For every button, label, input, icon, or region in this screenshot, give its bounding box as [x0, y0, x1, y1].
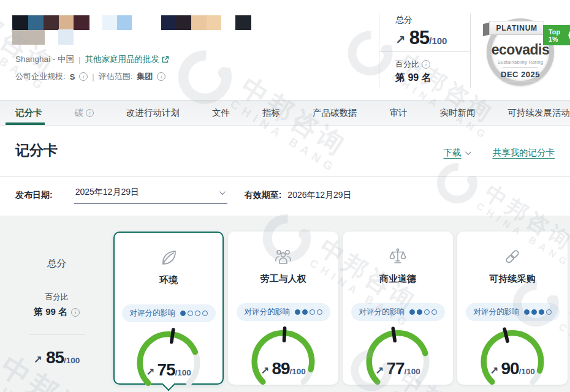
tab-6[interactable]: 产品碳数据 [313, 100, 357, 125]
score-gauge: ↗ 77 /100 [343, 323, 453, 387]
category-card-3[interactable]: 商业道德 对评分的影响 ↗ 77 /100 [343, 232, 453, 385]
summary-rank: 第 99 名 i [0, 306, 113, 318]
impact-label: 对评分的影响 [245, 307, 291, 317]
share-scorecard-link[interactable]: 共享我的记分卡 [493, 147, 555, 159]
logo-color-block [28, 15, 44, 30]
valid-until-value: 2026年12月29日 [287, 190, 351, 201]
logo-color-block [191, 15, 207, 30]
industry-link[interactable]: 其他家庭用品的批发 [85, 54, 170, 65]
trend-up-icon: ↗ [395, 32, 406, 47]
logo-color-block [161, 15, 176, 30]
page-title: 记分卡 [15, 141, 58, 160]
overall-score-label: 总分 [395, 15, 470, 26]
logo-color-block [102, 15, 117, 30]
trend-up-icon: ↗ [375, 364, 384, 377]
impact-label: 对评分的影响 [474, 307, 520, 317]
download-button[interactable]: 下载 [444, 147, 469, 159]
impact-pill: 对评分的影响 [122, 304, 216, 322]
impact-pill: 对评分的影响 [237, 303, 330, 321]
ecovadis-medal-badge: PLATINUM Top 1% ecovadis Sustainability … [482, 7, 560, 93]
impact-pill: 对评分的影响 [466, 303, 560, 321]
category-card-2[interactable]: 劳工与人权 对评分的影响 ↗ 89 /100 [228, 232, 338, 385]
score-gauge: ↗ 75 /100 [115, 325, 222, 388]
trend-up-icon: ↗ [146, 366, 154, 379]
company-location: Shanghai - 中国 [15, 54, 74, 65]
impact-pill: 对评分的影响 [351, 303, 445, 321]
category-title: 商业道德 [343, 273, 453, 285]
chevron-down-icon [465, 149, 471, 155]
percentile-info-icon[interactable]: i [422, 60, 430, 69]
trend-up-icon: ↗ [260, 364, 269, 377]
logo-color-block [58, 29, 74, 45]
logo-color-block [12, 30, 45, 45]
tab-8[interactable]: 实时新闻 [440, 100, 476, 125]
company-meta-line: 公司企业规模: S i | 评估范围: 集团 i [15, 71, 165, 82]
people-icon [228, 246, 338, 268]
impact-label: 对评分的影响 [359, 307, 405, 317]
category-card-1[interactable]: 环境 对评分的影响 ↗ 75 /100 [113, 232, 224, 385]
category-score: ↗ 75 /100 [115, 360, 222, 380]
impact-dots [409, 309, 437, 315]
trend-up-icon: ↗ [490, 364, 498, 377]
logo-color-block [74, 15, 89, 30]
impact-dots [295, 309, 322, 315]
logo-color-block [44, 15, 59, 30]
logo-color-block [59, 15, 74, 30]
size-info-icon[interactable]: i [79, 72, 88, 81]
scope-value: 集团 [137, 71, 153, 82]
tab-7[interactable]: 审计 [390, 100, 408, 125]
category-title: 劳工与人权 [228, 273, 338, 285]
badge-top-percent: Top 1% [543, 25, 570, 45]
category-title: 环境 [115, 274, 222, 286]
logo-color-block [207, 15, 221, 30]
tab-2[interactable]: 碳i [75, 100, 94, 125]
overall-score-panel: 总分 ↗ 85 /100 百分比 i 第 99 名 [379, 13, 471, 88]
publish-date-select[interactable]: 2025年12月29日 [74, 187, 227, 204]
rank-info-icon[interactable]: i [71, 308, 80, 317]
impact-label: 对评分的影响 [130, 308, 176, 318]
tab-5[interactable]: 指标 [262, 100, 280, 125]
summary-score-label: 总分 [0, 257, 113, 270]
scope-info-icon[interactable]: i [157, 72, 165, 81]
score-gauge: ↗ 90 /100 [457, 323, 568, 387]
info-icon[interactable]: i [86, 109, 94, 117]
ecovadis-scorecard-page: Shanghai - 中国 | 其他家庭用品的批发 公司企业规模: S i | … [0, 0, 570, 392]
impact-dots [524, 309, 552, 315]
logo-color-block [12, 15, 28, 30]
overall-summary-column: 总分 百分比 第 99 名 i ↗ 85 /100 [0, 216, 113, 368]
publish-date-label: 发布日期: [15, 190, 53, 201]
external-link-icon [162, 56, 169, 63]
badge-date: DEC 2025 [487, 70, 554, 79]
impact-dots [180, 311, 208, 316]
logo-color-block [176, 15, 191, 30]
chevron-down-icon [219, 189, 226, 195]
category-title: 可持续采购 [457, 273, 568, 285]
category-card-4[interactable]: 可持续采购 对评分的影响 ↗ 90 /100 [457, 232, 568, 385]
gauge-needle [172, 330, 173, 342]
scales-icon [343, 246, 453, 268]
section-divider [0, 176, 570, 177]
ribbon-fold [483, 23, 489, 37]
valid-until-label: 有效期至: [245, 190, 282, 201]
tab-3[interactable]: 改进行动计划 [126, 100, 180, 125]
summary-percentile-label: 百分比 [0, 292, 113, 303]
summary-score: ↗ 85 /100 [0, 348, 113, 368]
category-cards-row: 环境 对评分的影响 ↗ 75 /100 劳工与人权 [113, 232, 568, 385]
tab-1[interactable]: 记分卡 [15, 100, 42, 125]
percentile-label: 百分比 i [395, 59, 470, 70]
gauge-needle [284, 328, 285, 341]
score-gauge: ↗ 89 /100 [228, 323, 338, 387]
size-value: S [70, 72, 75, 81]
link-icon [457, 246, 568, 268]
page-header: Shanghai - 中国 | 其他家庭用品的批发 公司企业规模: S i | … [0, 0, 570, 100]
category-score: ↗ 90 /100 [457, 359, 568, 379]
logo-color-block [235, 15, 251, 30]
badge-tier: PLATINUM [489, 21, 544, 35]
tab-4[interactable]: 文件 [212, 100, 230, 125]
tab-9[interactable]: 可持续发展活动 [508, 100, 570, 125]
scope-label: 评估范围: [99, 71, 133, 82]
overall-score: ↗ 85 /100 [395, 27, 470, 49]
company-location-line: Shanghai - 中国 | 其他家庭用品的批发 [15, 54, 169, 65]
percentile-rank: 第 99 名 [395, 72, 470, 85]
category-score: ↗ 77 /100 [343, 359, 453, 379]
